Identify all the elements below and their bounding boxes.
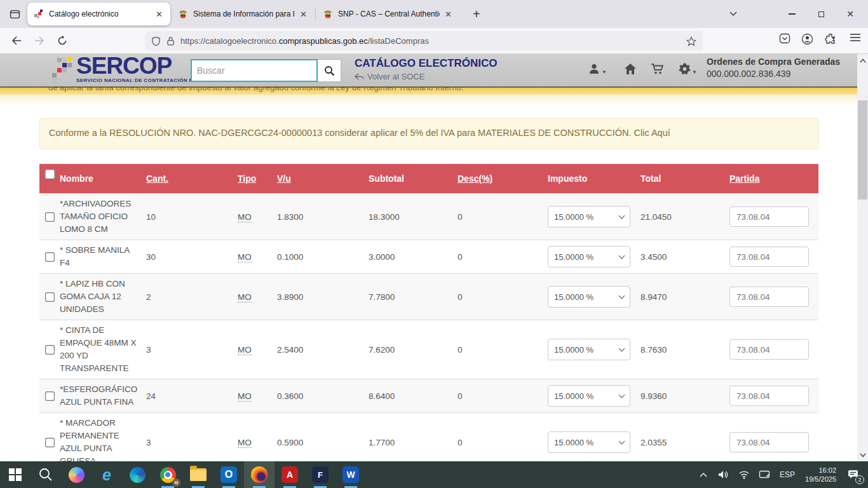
back-button[interactable] <box>8 32 25 50</box>
page-scrollbar[interactable] <box>857 54 868 461</box>
row-checkbox[interactable] <box>45 252 55 262</box>
item-name: *ESFEROGRÁFICO AZUL PUNTA FINA <box>60 383 146 409</box>
item-descuento: 0 <box>458 391 548 401</box>
partida-input[interactable] <box>729 247 809 267</box>
column-header-vu[interactable]: V/u <box>277 173 291 184</box>
tipo-link[interactable]: MO <box>238 438 252 448</box>
impuesto-select[interactable]: 15.0000 % <box>548 385 630 407</box>
new-tab-button[interactable]: + <box>469 7 484 22</box>
cast-display-button[interactable] <box>757 465 772 484</box>
impuesto-select[interactable]: 15.0000 % <box>548 431 630 453</box>
list-all-tabs-button[interactable] <box>723 4 743 24</box>
search-input[interactable] <box>191 59 318 82</box>
column-header-tipo[interactable]: Tipo <box>238 173 256 184</box>
impuesto-select-wrap: 15.0000 % <box>548 286 630 308</box>
tab-title: Sistema de Información para lo <box>193 10 295 18</box>
scroll-down-icon[interactable] <box>857 450 868 460</box>
sercop-logo-icon <box>52 57 75 85</box>
language-indicator[interactable]: ESP <box>777 470 797 479</box>
word-icon: W <box>342 466 359 483</box>
table-row: *ESFEROGRÁFICO AZUL PUNTA FINA 24 MO 0.3… <box>39 379 818 412</box>
partida-input[interactable] <box>729 386 809 406</box>
scrollbar-thumb[interactable] <box>858 100 867 200</box>
item-subtotal: 18.3000 <box>369 212 458 222</box>
notification-count-badge: 2 <box>855 475 864 484</box>
tipo-link[interactable]: MO <box>238 212 252 222</box>
cart-button[interactable] <box>651 63 665 75</box>
user-menu-button[interactable]: ▼ <box>588 63 607 75</box>
screen: Catálogo electrónico ✕ Sistema de Inform… <box>0 0 868 488</box>
row-checkbox[interactable] <box>45 438 55 447</box>
show-hidden-icons-button[interactable] <box>696 465 711 484</box>
bookmark-star-icon[interactable] <box>686 36 696 46</box>
taskbar-outlook[interactable]: O <box>214 461 244 488</box>
taskbar-chrome[interactable]: G <box>153 461 183 488</box>
volver-al-soce-link[interactable]: Volver al SOCE <box>355 72 424 81</box>
row-checkbox[interactable] <box>45 391 55 401</box>
tipo-link[interactable]: MO <box>238 292 252 302</box>
clock[interactable]: 16:02 19/5/2025 <box>803 466 839 484</box>
pocket-icon[interactable] <box>779 33 790 44</box>
row-checkbox[interactable] <box>45 345 55 355</box>
notifications-button[interactable]: 2 <box>844 465 863 484</box>
search-button[interactable] <box>318 59 341 82</box>
tab-sistema-informacion[interactable]: Sistema de Información para lo ✕ <box>172 3 315 25</box>
purchase-list-table: Nombre Cant. Tipo V/u Subtotal Desc(%) I… <box>39 164 818 461</box>
tipo-link[interactable]: MO <box>238 345 252 355</box>
url-bar[interactable]: https://catalogoelectronico.compraspubli… <box>145 31 703 51</box>
home-button[interactable] <box>624 63 637 75</box>
taskbar-edge[interactable] <box>122 461 153 488</box>
column-header-cant[interactable]: Cant. <box>146 173 168 184</box>
taskbar-file-explorer[interactable] <box>183 461 214 488</box>
row-checkbox[interactable] <box>45 292 55 302</box>
menu-hamburger-icon[interactable] <box>850 33 860 42</box>
minimize-button[interactable] <box>782 4 802 24</box>
partida-input[interactable] <box>729 287 809 307</box>
maximize-button[interactable] <box>811 4 831 24</box>
select-all-checkbox[interactable] <box>44 168 55 180</box>
partida-input[interactable] <box>729 207 809 227</box>
impuesto-select[interactable]: 15.0000 % <box>548 246 630 268</box>
partida-input[interactable] <box>729 339 809 360</box>
taskbar-copilot[interactable] <box>61 461 92 488</box>
extensions-puzzle-icon[interactable] <box>825 33 836 44</box>
reload-button[interactable] <box>53 32 71 50</box>
tab-snp-cas[interactable]: SNP - CAS – Central Authentica ✕ <box>316 3 459 25</box>
taskbar-firefox[interactable] <box>244 461 275 488</box>
shield-icon[interactable] <box>151 36 161 46</box>
settings-menu-button[interactable]: ▼ <box>679 63 697 75</box>
column-header-partida[interactable]: Partida <box>729 173 759 184</box>
tab-close-icon[interactable]: ✕ <box>154 10 164 19</box>
impuesto-select[interactable]: 15.0000 % <box>548 206 630 227</box>
taskbar-internet-explorer[interactable]: e <box>92 461 122 488</box>
item-total: 21.0450 <box>641 212 729 222</box>
taskbar-acrobat[interactable]: A <box>275 461 305 488</box>
row-checkbox[interactable] <box>45 212 55 222</box>
scroll-up-icon[interactable] <box>857 55 868 65</box>
tipo-link[interactable]: MO <box>238 252 252 262</box>
forward-button[interactable] <box>31 32 48 50</box>
lock-icon[interactable] <box>166 36 175 46</box>
taskbar-search-button[interactable] <box>31 461 61 488</box>
item-subtotal: 7.7800 <box>369 292 458 302</box>
network-button[interactable] <box>736 465 752 484</box>
partida-input[interactable] <box>729 432 809 452</box>
notice-clic-aqui-link[interactable]: Clic Aquí <box>634 128 670 138</box>
tab-catalogo-electronico[interactable]: Catálogo electrónico ✕ <box>27 3 170 25</box>
tab-close-icon[interactable]: ✕ <box>299 10 308 19</box>
taskbar-forticlient[interactable]: F <box>305 461 336 488</box>
column-header-desc[interactable]: Desc(%) <box>458 173 492 184</box>
taskbar-word[interactable]: W <box>336 461 366 488</box>
windows-taskbar: e G O A F W <box>0 461 868 488</box>
tipo-link[interactable]: MO <box>238 391 252 402</box>
impuesto-select[interactable]: 15.0000 % <box>548 339 630 360</box>
item-descuento: 0 <box>458 252 548 262</box>
firefox-view-button[interactable] <box>5 4 24 24</box>
impuesto-select[interactable]: 15.0000 % <box>548 286 630 308</box>
account-icon[interactable] <box>801 33 813 45</box>
table-row: * CINTA DE EMPAQUE 48MM X 200 YD TRANSPA… <box>39 320 818 379</box>
volume-button[interactable] <box>716 465 731 484</box>
tab-close-icon[interactable]: ✕ <box>444 10 453 19</box>
start-button[interactable] <box>0 461 31 488</box>
close-button[interactable]: ✕ <box>840 4 860 24</box>
